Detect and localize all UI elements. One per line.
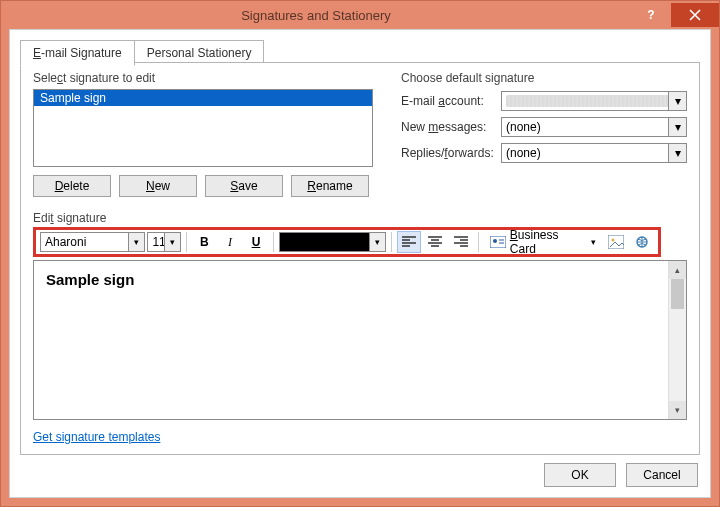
signature-list[interactable]: Sample sign bbox=[33, 89, 373, 167]
signature-buttons-row: Delete New Save Rename bbox=[33, 175, 383, 197]
rename-button[interactable]: Rename bbox=[291, 175, 369, 197]
scroll-thumb[interactable] bbox=[671, 279, 684, 309]
picture-icon bbox=[608, 235, 624, 249]
chevron-down-icon: ▾ bbox=[591, 237, 596, 247]
new-messages-row: New messages: (none) ▾ bbox=[401, 117, 687, 137]
chevron-down-icon: ▾ bbox=[668, 144, 686, 162]
font-size-select[interactable]: 11 ▾ bbox=[147, 232, 181, 252]
replies-label: Replies/forwards: bbox=[401, 146, 501, 160]
insert-picture-button[interactable] bbox=[604, 231, 628, 253]
edit-signature-label: Edit signature bbox=[33, 211, 106, 225]
dialog-title: Signatures and Stationery bbox=[1, 8, 631, 23]
email-account-label: E-mail account: bbox=[401, 94, 501, 108]
separator bbox=[391, 232, 392, 252]
tab-panel: Select signature to edit Sample sign Del… bbox=[20, 62, 700, 455]
new-button[interactable]: New bbox=[119, 175, 197, 197]
font-color-select[interactable]: ▾ bbox=[279, 232, 386, 252]
close-button[interactable] bbox=[671, 3, 719, 27]
default-signature-label: Choose default signature bbox=[401, 71, 687, 85]
business-card-button[interactable]: Business Card ▾ bbox=[484, 231, 602, 253]
font-family-value: Aharoni bbox=[45, 235, 86, 249]
bold-button[interactable]: B bbox=[192, 231, 216, 253]
chevron-down-icon: ▾ bbox=[128, 233, 144, 251]
help-button[interactable]: ? bbox=[631, 3, 671, 27]
svg-rect-0 bbox=[490, 236, 506, 248]
signature-editor[interactable]: Sample sign ▴ ▾ bbox=[33, 260, 687, 420]
align-right-icon bbox=[454, 236, 468, 248]
svg-point-1 bbox=[493, 239, 497, 243]
help-icon: ? bbox=[647, 8, 654, 22]
save-button[interactable]: Save bbox=[205, 175, 283, 197]
color-swatch bbox=[280, 233, 370, 251]
ok-button[interactable]: OK bbox=[544, 463, 616, 487]
italic-button[interactable]: I bbox=[218, 231, 242, 253]
scroll-up-icon: ▴ bbox=[669, 261, 686, 279]
scroll-down-icon: ▾ bbox=[669, 401, 686, 419]
new-messages-value: (none) bbox=[506, 120, 541, 134]
align-left-icon bbox=[402, 236, 416, 248]
replies-combo[interactable]: (none) ▾ bbox=[501, 143, 687, 163]
email-account-value bbox=[506, 95, 682, 107]
dialog-window: Signatures and Stationery ? E-mail Signa… bbox=[0, 0, 720, 507]
align-center-icon bbox=[428, 236, 442, 248]
font-family-select[interactable]: Aharoni ▾ bbox=[40, 232, 145, 252]
cancel-button[interactable]: Cancel bbox=[626, 463, 698, 487]
format-toolbar: Aharoni ▾ 11 ▾ B I U ▾ bbox=[33, 227, 661, 257]
chevron-down-icon: ▾ bbox=[668, 92, 686, 110]
separator bbox=[478, 232, 479, 252]
titlebar: Signatures and Stationery ? bbox=[1, 1, 719, 29]
italic-icon: I bbox=[228, 235, 232, 250]
select-signature-label: Select signature to edit bbox=[33, 71, 383, 85]
align-center-button[interactable] bbox=[423, 231, 447, 253]
default-signature-section: Choose default signature E-mail account:… bbox=[401, 71, 687, 163]
chevron-down-icon: ▾ bbox=[668, 118, 686, 136]
client-area: E-mail Signature Personal Stationery Sel… bbox=[9, 29, 711, 498]
dialog-buttons: OK Cancel bbox=[544, 463, 698, 487]
bold-icon: B bbox=[200, 235, 209, 249]
align-right-button[interactable] bbox=[449, 231, 473, 253]
underline-button[interactable]: U bbox=[244, 231, 268, 253]
hyperlink-icon bbox=[634, 235, 650, 249]
separator bbox=[186, 232, 187, 252]
svg-point-3 bbox=[612, 239, 615, 242]
close-icon bbox=[689, 9, 701, 21]
business-card-icon bbox=[490, 236, 506, 248]
get-templates-link[interactable]: Get signature templates bbox=[33, 430, 160, 444]
tab-email-signature[interactable]: E-mail Signature bbox=[20, 40, 135, 66]
select-signature-section: Select signature to edit Sample sign Del… bbox=[33, 71, 383, 197]
delete-button[interactable]: Delete bbox=[33, 175, 111, 197]
replies-row: Replies/forwards: (none) ▾ bbox=[401, 143, 687, 163]
insert-hyperlink-button[interactable] bbox=[630, 231, 654, 253]
new-messages-combo[interactable]: (none) ▾ bbox=[501, 117, 687, 137]
chevron-down-icon: ▾ bbox=[164, 233, 180, 251]
signature-list-item[interactable]: Sample sign bbox=[34, 90, 372, 106]
email-account-row: E-mail account: ▾ bbox=[401, 91, 687, 111]
chevron-down-icon: ▾ bbox=[369, 233, 385, 251]
align-left-button[interactable] bbox=[397, 231, 421, 253]
separator bbox=[273, 232, 274, 252]
editor-content: Sample sign bbox=[34, 261, 686, 298]
new-messages-label: New messages: bbox=[401, 120, 501, 134]
email-account-combo[interactable]: ▾ bbox=[501, 91, 687, 111]
editor-scrollbar[interactable]: ▴ ▾ bbox=[668, 261, 686, 419]
replies-value: (none) bbox=[506, 146, 541, 160]
underline-icon: U bbox=[252, 235, 261, 249]
